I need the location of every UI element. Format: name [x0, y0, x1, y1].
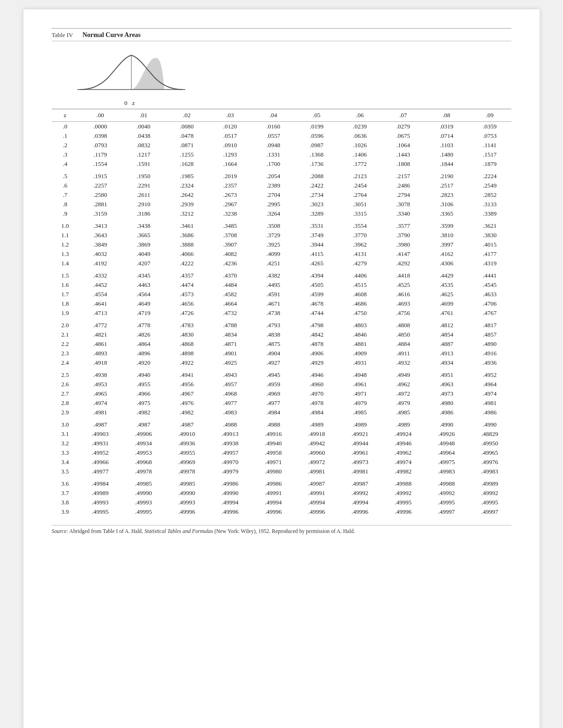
area-value: .3023 — [295, 200, 338, 209]
col-header-02: .02 — [165, 109, 208, 122]
table-row: 1.2.3849.3869.3888.3907.3925.3944.3962.3… — [52, 240, 511, 249]
area-value: .4582 — [208, 290, 251, 299]
table-row: 3.2.49931.49934.49936.49938.49940.49942.… — [52, 439, 511, 448]
area-value: .4441 — [468, 268, 511, 280]
area-value: .49948 — [425, 439, 468, 448]
area-value: .49985 — [165, 476, 208, 488]
area-value: .49952 — [78, 448, 122, 458]
area-value: .4986 — [468, 408, 511, 417]
area-value: .4744 — [295, 308, 338, 318]
table-row: 1.7.4554.4564.4573.4582.4591.4599.4608.4… — [52, 290, 511, 299]
area-value: .49996 — [338, 507, 381, 517]
z-value: .0 — [52, 122, 78, 132]
area-value: .49988 — [425, 476, 468, 488]
area-value: .3577 — [381, 218, 425, 231]
z-value: 1.1 — [52, 231, 78, 240]
table-row: 3.9.49995.49995.49996.49996.49996.49996.… — [52, 507, 511, 517]
area-value: .49991 — [295, 488, 338, 498]
area-value: .2939 — [165, 200, 208, 209]
area-value: .4719 — [122, 308, 165, 318]
z-value: 2.3 — [52, 349, 78, 358]
area-value: .49910 — [165, 429, 208, 439]
area-value: .4946 — [295, 368, 338, 380]
area-value: .4990 — [468, 417, 511, 429]
area-value: .3238 — [208, 209, 251, 218]
area-value: .2054 — [251, 169, 295, 181]
z-value: .4 — [52, 159, 78, 169]
area-value: .3997 — [425, 240, 468, 249]
area-value: .49988 — [381, 476, 425, 488]
area-value: .2823 — [425, 190, 468, 200]
z-value: 3.1 — [52, 429, 78, 439]
area-value: .4964 — [468, 380, 511, 389]
area-value: .4251 — [251, 259, 295, 268]
area-value: .4868 — [165, 339, 208, 349]
area-value: .4484 — [208, 280, 251, 290]
z-value: 1.2 — [52, 240, 78, 249]
z-value: 1.9 — [52, 308, 78, 318]
area-value: .4963 — [425, 380, 468, 389]
area-value: .49966 — [78, 458, 122, 467]
area-value: .3106 — [425, 200, 468, 209]
area-value: .3925 — [251, 240, 295, 249]
area-value: .4798 — [295, 318, 338, 330]
area-value: .4850 — [381, 330, 425, 339]
area-value: .4857 — [468, 330, 511, 339]
area-value: .4982 — [165, 408, 208, 417]
area-value: .3315 — [338, 209, 381, 218]
z-value: 3.0 — [52, 417, 78, 429]
area-value: .49978 — [122, 467, 165, 476]
area-value: .4686 — [338, 299, 381, 308]
table-row: .2.0793.0832.0871.0910.0948.0987.1026.10… — [52, 141, 511, 150]
area-value: .2389 — [251, 181, 295, 190]
area-value: .4981 — [468, 398, 511, 408]
area-value: .4406 — [338, 268, 381, 280]
area-value: .2324 — [165, 181, 208, 190]
curve-svg — [70, 50, 192, 97]
area-value: .2673 — [208, 190, 251, 200]
area-value: .4988 — [208, 417, 251, 429]
area-value: .4573 — [165, 290, 208, 299]
col-header-00: .00 — [78, 109, 122, 122]
area-value: .49972 — [295, 458, 338, 467]
area-value: .4968 — [208, 389, 251, 398]
area-value: .4925 — [208, 358, 251, 368]
col-header-06: .06 — [338, 109, 381, 122]
area-value: .4974 — [78, 398, 122, 408]
area-value: .4608 — [338, 290, 381, 299]
area-value: .49958 — [251, 448, 295, 458]
area-value: .0359 — [468, 122, 511, 132]
area-value: .0871 — [165, 141, 208, 150]
area-value: .49992 — [468, 488, 511, 498]
area-value: .4893 — [78, 349, 122, 358]
area-value: .3078 — [381, 200, 425, 209]
area-value: .2764 — [338, 190, 381, 200]
area-value: .4732 — [208, 308, 251, 318]
area-value: .4973 — [425, 389, 468, 398]
area-value: .4878 — [295, 339, 338, 349]
table-title: Normal Curve Areas — [83, 31, 141, 39]
area-value: .4918 — [78, 358, 122, 368]
area-value: .4916 — [468, 349, 511, 358]
area-value: .4904 — [251, 349, 295, 358]
area-value: .4987 — [122, 417, 165, 429]
area-value: .49903 — [78, 429, 122, 439]
area-value: .3340 — [381, 209, 425, 218]
area-value: .3686 — [165, 231, 208, 240]
table-row: .7.2580.2611.2642.2673.2704.2734.2764.27… — [52, 190, 511, 200]
area-value: .49942 — [295, 439, 338, 448]
area-value: .49983 — [468, 467, 511, 476]
area-value: .3621 — [468, 218, 511, 231]
area-value: .4945 — [251, 368, 295, 380]
area-value: .4943 — [208, 368, 251, 380]
table-row: 2.7.4965.4966.4967.4968.4969.4970.4971.4… — [52, 389, 511, 398]
area-value: .49982 — [381, 467, 425, 476]
table-row: 3.8.49993.49993.49993.49994.49994.49994.… — [52, 498, 511, 507]
table-row: 2.6.4953.4955.4956.4957.4959.4960.4961.4… — [52, 380, 511, 389]
area-value: .2704 — [251, 190, 295, 200]
area-value: .4535 — [425, 280, 468, 290]
table-row: 2.0.4772.4778.4783.4788.4793.4798.4803.4… — [52, 318, 511, 330]
area-value: .3643 — [78, 231, 122, 240]
area-value: .3770 — [338, 231, 381, 240]
area-value: .3508 — [251, 218, 295, 231]
